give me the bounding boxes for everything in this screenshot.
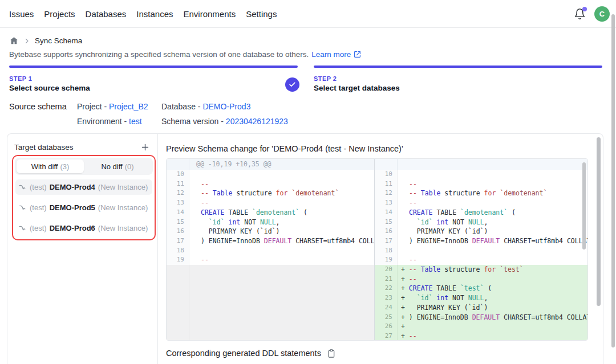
line-number: 10	[375, 170, 398, 179]
step1-number: STEP 1	[9, 75, 90, 82]
item-env: (test)	[30, 203, 47, 212]
code-text: + --	[398, 275, 587, 284]
tab-no-diff-count: (0)	[125, 162, 134, 171]
diff-line: 11--	[375, 179, 587, 189]
nav-item-databases[interactable]: Databases	[86, 9, 127, 19]
environment-link[interactable]: test	[129, 117, 142, 126]
nav-item-instances[interactable]: Instances	[136, 9, 173, 19]
tab-no-diff-label: No diff	[101, 162, 122, 171]
line-number: 16	[375, 227, 398, 236]
line-number: 21	[375, 275, 398, 284]
code-text: PRIMARY KEY (`id`)	[189, 227, 374, 236]
tab-with-diff[interactable]: With diff (3)	[17, 159, 84, 173]
code-text: + PRIMARY KEY (`id`)	[398, 303, 587, 313]
database-link[interactable]: DEMO-Prod3	[202, 102, 250, 111]
breadcrumb: Sync Schema	[9, 36, 82, 46]
check-icon	[289, 81, 296, 88]
step2-progress-bar	[314, 66, 602, 68]
avatar[interactable]: C	[594, 6, 610, 22]
code-text: `id` int NOT NULL,	[398, 218, 587, 227]
line-number: 17	[375, 236, 398, 246]
copy-ddl-button[interactable]	[326, 348, 337, 358]
code-text: PRIMARY KEY (`id`)	[398, 227, 587, 236]
diff-line: 25+ ) ENGINE=InnoDB DEFAULT CHARSET=utf8…	[375, 313, 587, 322]
diff-line: 17) ENGINE=InnoDB DEFAULT CHARSET=utf8mb…	[167, 236, 374, 246]
source-project-field: Project - Project_B2	[77, 102, 148, 111]
item-name: DEMO-Prod4	[50, 183, 95, 191]
code-text: CREATE TABLE `demotenant` (	[189, 208, 374, 218]
line-number: 15	[375, 218, 398, 227]
item-name: DEMO-Prod5	[50, 203, 95, 212]
line-number: 22	[375, 284, 398, 293]
code-text: +	[398, 322, 587, 332]
tab-no-diff[interactable]: No diff (0)	[84, 159, 151, 173]
nav-item-projects[interactable]: Projects	[44, 9, 75, 19]
notifications-button[interactable]	[574, 8, 586, 21]
code-text: + CREATE TABLE `test` (	[398, 284, 587, 293]
item-note: (New Instance)	[98, 224, 148, 232]
line-number	[167, 159, 189, 170]
diff-filter-tabs: With diff (3) No diff (0)	[15, 158, 153, 175]
diff-pane-scrollbar[interactable]	[582, 162, 586, 250]
clipboard-icon	[327, 349, 336, 358]
line-number: 27	[375, 332, 398, 340]
ddl-statements-header: Corresponding generated DDL statements	[166, 348, 337, 358]
step2-title: Select target databases	[314, 84, 400, 92]
preview-panel-scrollbar[interactable]	[597, 137, 601, 306]
add-target-database-button[interactable]	[139, 141, 151, 153]
code-text: + -- Table structure for `test`	[398, 265, 587, 275]
diff-line: 20+ -- Table structure for `test`	[375, 265, 587, 275]
diff-line: 24+ PRIMARY KEY (`id`)	[375, 303, 587, 313]
list-item-demo-prod5[interactable]: (test) DEMO-Prod5 (New Instance)	[15, 200, 152, 215]
diff-pane-old[interactable]: @@ -10,19 +10,35 @@1011--12-- Table stru…	[167, 159, 375, 340]
code-text: ) ENGINE=InnoDB DEFAULT CHARSET=utf8mb4 …	[189, 236, 374, 246]
diff-line: 16 PRIMARY KEY (`id`)	[375, 227, 587, 236]
diff-line: 16 PRIMARY KEY (`id`)	[167, 227, 374, 236]
nav-item-settings[interactable]: Settings	[246, 9, 277, 19]
preview-title: Preview Schema change for 'DEMO-Prod4 (t…	[166, 144, 403, 153]
line-number: 25	[375, 313, 398, 322]
nav-item-issues[interactable]: Issues	[9, 9, 34, 19]
schema-diff-viewer: @@ -10,19 +10,35 @@1011--12-- Table stru…	[166, 158, 588, 341]
diff-line	[167, 265, 374, 340]
diff-line: 27+ --	[375, 332, 587, 340]
chevron-right-icon	[23, 38, 30, 44]
code-text: + `id` int NOT NULL,	[398, 293, 587, 303]
source-version-field: Schema version - 20230426121923	[161, 117, 288, 126]
diff-line: 14CREATE TABLE `demotenant` (	[375, 208, 587, 218]
top-navigation: Issues Projects Databases Instances Envi…	[0, 0, 616, 28]
external-link-icon[interactable]	[354, 51, 361, 58]
target-databases-header: Target databases	[7, 134, 157, 153]
project-link[interactable]: Project_B2	[109, 102, 148, 111]
line-number: 18	[375, 246, 398, 256]
code-text	[189, 170, 374, 179]
line-number: 14	[375, 208, 398, 218]
diff-line: 26+	[375, 322, 587, 332]
diff-line: 17) ENGINE=InnoDB DEFAULT CHARSET=utf8mb…	[375, 236, 587, 246]
diff-line: 12-- Table structure for `demotenant`	[375, 189, 587, 198]
diff-line: 10	[167, 170, 374, 179]
list-item-demo-prod6[interactable]: (test) DEMO-Prod6 (New Instance)	[15, 220, 152, 236]
line-number: 13	[167, 198, 189, 208]
mysql-icon	[19, 205, 27, 211]
diff-line: 22+ CREATE TABLE `test` (	[375, 284, 587, 293]
separator: -	[198, 102, 201, 111]
schema-version-link[interactable]: 20230426121923	[226, 117, 288, 126]
code-text: --	[189, 198, 374, 208]
database-label: Database	[161, 102, 196, 111]
learn-more-link[interactable]: Learn more	[311, 50, 351, 59]
line-number: 16	[167, 227, 189, 236]
line-number: 18	[167, 246, 189, 256]
home-icon[interactable]	[9, 36, 19, 46]
tab-with-diff-label: With diff	[31, 162, 58, 171]
diff-line: 18	[167, 246, 374, 256]
diff-pane-new[interactable]: 1011--12-- Table structure for `demotena…	[375, 159, 587, 340]
page-scrollbar[interactable]	[611, 14, 615, 347]
intro-description: Bytebase supports synchronizing a specif…	[9, 50, 309, 59]
list-item-demo-prod4[interactable]: (test) DEMO-Prod4 (New Instance)	[15, 179, 152, 195]
ddl-statements-title: Corresponding generated DDL statements	[166, 349, 321, 358]
code-text: --	[398, 198, 587, 208]
nav-item-environments[interactable]: Environments	[183, 9, 236, 19]
target-databases-panel: Target databases With diff (3) No diff (…	[7, 134, 158, 364]
line-number: 19	[375, 255, 398, 265]
